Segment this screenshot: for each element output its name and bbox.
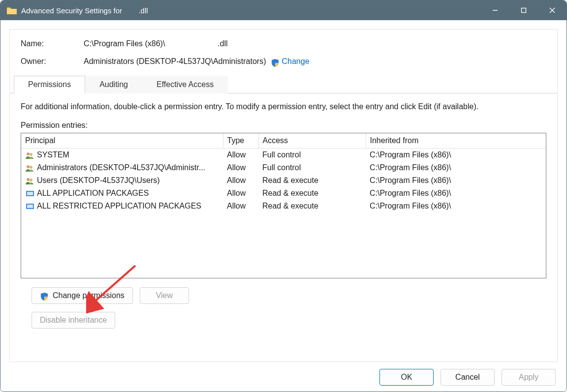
shield-icon xyxy=(40,292,49,301)
cell-inherited: C:\Program Files (x86)\ xyxy=(366,200,546,212)
table-row[interactable]: Users (DESKTOP-4L537JQ\Users)AllowRead &… xyxy=(21,174,546,187)
cell-access: Full control xyxy=(258,161,366,174)
client-area: Name: C:\Program Files (x86)\ .dll Owner… xyxy=(0,20,567,392)
users-icon xyxy=(25,177,35,185)
change-permissions-button[interactable]: Change permissions xyxy=(32,287,133,304)
svg-point-9 xyxy=(30,179,32,181)
shield-icon xyxy=(271,59,280,67)
cell-inherited: C:\Program Files (x86)\ xyxy=(366,161,546,174)
col-access[interactable]: Access xyxy=(258,133,366,149)
disable-inheritance-button[interactable]: Disable inheritance xyxy=(32,312,115,329)
name-value: C:\Program Files (x86)\ .dll xyxy=(84,39,228,48)
owner-label: Owner: xyxy=(21,57,84,66)
object-info: Name: C:\Program Files (x86)\ .dll Owner… xyxy=(10,30,557,75)
action-button-row: Change permissions View xyxy=(21,278,546,304)
help-text: For additional information, double-click… xyxy=(21,102,546,111)
svg-point-8 xyxy=(27,178,30,181)
advanced-security-window: Advanced Security Settings for .dll Name… xyxy=(0,0,567,392)
cell-principal: Users (DESKTOP-4L537JQ\Users) xyxy=(37,176,160,184)
cell-inherited: C:\Program Files (x86)\ xyxy=(366,174,546,187)
svg-rect-13 xyxy=(27,205,33,208)
titlebar: Advanced Security Settings for .dll xyxy=(0,0,567,20)
svg-point-6 xyxy=(27,165,30,168)
cell-access: Read & execute xyxy=(258,187,366,200)
minimize-button[interactable] xyxy=(481,0,509,20)
col-principal[interactable]: Principal xyxy=(21,133,223,149)
cell-type: Allow xyxy=(223,174,258,187)
inner-panel: Name: C:\Program Files (x86)\ .dll Owner… xyxy=(9,29,558,362)
svg-point-7 xyxy=(30,166,32,169)
tab-strip: Permissions Auditing Effective Access xyxy=(10,75,557,93)
cell-principal: Administrators (DESKTOP-4L537JQ\Administ… xyxy=(37,163,205,172)
permissions-tab-body: For additional information, double-click… xyxy=(10,93,557,356)
name-label: Name: xyxy=(21,39,84,48)
folder-icon xyxy=(5,4,18,17)
cell-access: Read & execute xyxy=(258,174,366,187)
cell-principal: SYSTEM xyxy=(37,151,69,159)
owner-value: Administrators (DESKTOP-4L537JQ\Administ… xyxy=(84,57,266,66)
apply-button[interactable]: Apply xyxy=(502,369,556,386)
tab-permissions[interactable]: Permissions xyxy=(14,76,85,93)
entries-label: Permission entries: xyxy=(21,121,546,130)
table-row[interactable]: ALL APPLICATION PACKAGESAllowRead & exec… xyxy=(21,187,546,200)
cell-type: Allow xyxy=(223,148,258,161)
cell-access: Read & execute xyxy=(258,200,366,212)
package-icon xyxy=(25,203,35,211)
table-header-row: Principal Type Access Inherited from xyxy=(21,133,546,149)
svg-point-5 xyxy=(30,153,32,156)
cell-principal: ALL APPLICATION PACKAGES xyxy=(37,189,149,197)
cell-type: Allow xyxy=(223,161,258,174)
close-button[interactable] xyxy=(538,0,567,20)
users-icon xyxy=(25,151,35,159)
cell-inherited: C:\Program Files (x86)\ xyxy=(366,148,546,161)
svg-rect-1 xyxy=(522,8,526,13)
tab-effective-access[interactable]: Effective Access xyxy=(142,76,228,93)
col-type[interactable]: Type xyxy=(223,133,258,149)
cell-inherited: C:\Program Files (x86)\ xyxy=(366,187,546,200)
tab-auditing[interactable]: Auditing xyxy=(85,76,142,93)
cancel-button[interactable]: Cancel xyxy=(441,369,495,386)
inheritance-button-row: Disable inheritance xyxy=(21,304,546,329)
cell-type: Allow xyxy=(223,187,258,200)
change-owner-text: Change xyxy=(282,57,309,65)
window-title-prefix: Advanced Security Settings for xyxy=(21,6,124,15)
cell-type: Allow xyxy=(223,200,258,212)
dialog-footer: OK Cancel Apply xyxy=(9,362,558,386)
table-row[interactable]: SYSTEMAllowFull controlC:\Program Files … xyxy=(21,148,546,161)
users-icon xyxy=(25,164,35,172)
svg-rect-11 xyxy=(27,192,33,195)
window-title-filename: .dll xyxy=(124,6,148,15)
permission-entries-table[interactable]: Principal Type Access Inherited from SYS… xyxy=(21,133,546,278)
change-permissions-label: Change permissions xyxy=(53,291,125,300)
table-row[interactable]: ALL RESTRICTED APPLICATION PACKAGESAllow… xyxy=(21,200,546,212)
maximize-button[interactable] xyxy=(509,0,538,20)
change-owner-link[interactable]: Change xyxy=(271,57,309,66)
package-icon xyxy=(25,190,35,198)
cell-access: Full control xyxy=(258,148,366,161)
col-inherited[interactable]: Inherited from xyxy=(366,133,546,149)
ok-button[interactable]: OK xyxy=(379,369,434,386)
cell-principal: ALL RESTRICTED APPLICATION PACKAGES xyxy=(37,202,201,210)
svg-point-4 xyxy=(27,152,30,155)
view-button[interactable]: View xyxy=(140,287,189,304)
table-row[interactable]: Administrators (DESKTOP-4L537JQ\Administ… xyxy=(21,161,546,174)
